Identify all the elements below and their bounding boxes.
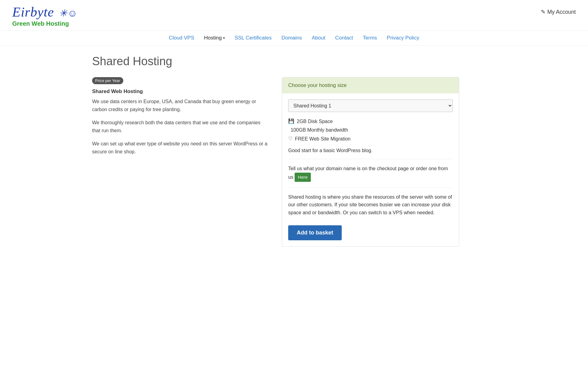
feature-bandwidth-text: 100GB Monthly bandwidth [291, 127, 348, 133]
feature-migration: ♡ FREE Web Site Migration [288, 136, 453, 142]
nav-hosting[interactable]: Hosting ▾ [204, 35, 225, 41]
left-column: Price per Year Shared Web Hosting We use… [92, 77, 270, 161]
header: Eirbyte ✳☺ Green Web Hosting ✎ My Accoun… [0, 0, 588, 31]
divider-2 [288, 187, 453, 188]
description-para-1: We use data centers in Europe, USA, and … [92, 98, 270, 113]
main-content: Shared Hosting Price per Year Shared Web… [80, 46, 508, 265]
logo-tagline: Green Web Hosting [12, 20, 78, 27]
feature-disk: 💾 2GB Disk Space [288, 118, 453, 125]
chooser-body: Shared Hosting 1 Shared Hosting 2 Shared… [282, 93, 459, 246]
chooser-header: Choose your hosting size [282, 77, 459, 93]
good-start-text: Good start for a basic WordPress blog. [288, 148, 453, 153]
logo-area: Eirbyte ✳☺ Green Web Hosting [12, 6, 78, 27]
domain-text: Tell us what your domain name is on the … [288, 165, 453, 182]
divider [288, 159, 453, 159]
hosting-dropdown-arrow: ▾ [223, 36, 225, 40]
main-nav: Cloud VPS Hosting ▾ SSL Certificates Dom… [0, 31, 588, 46]
heart-icon: ♡ [288, 136, 292, 141]
here-button[interactable]: Here [295, 173, 311, 182]
right-column: Choose your hosting size Shared Hosting … [282, 77, 459, 247]
feature-migration-text: FREE Web Site Migration [295, 136, 351, 142]
add-to-basket-button[interactable]: Add to basket [288, 225, 342, 240]
description-para-3: We can set up what ever type of website … [92, 140, 270, 156]
nav-domains[interactable]: Domains [281, 35, 302, 41]
page-title: Shared Hosting [92, 55, 496, 68]
nav-contact[interactable]: Contact [335, 35, 353, 41]
domain-text-content: Tell us what your domain name is on the … [288, 166, 448, 180]
disk-icon: 💾 [288, 118, 294, 124]
content-layout: Price per Year Shared Web Hosting We use… [92, 77, 496, 247]
description-para-2: We thoroughly research both the data cen… [92, 119, 270, 134]
logo-sun-icon: ✳☺ [59, 8, 78, 18]
nav-about[interactable]: About [312, 35, 325, 41]
logo-brand: Eirbyte [12, 5, 54, 20]
nav-ssl[interactable]: SSL Certificates [235, 35, 272, 41]
nav-terms[interactable]: Terms [363, 35, 377, 41]
hosting-size-select[interactable]: Shared Hosting 1 Shared Hosting 2 Shared… [288, 99, 453, 112]
features-list: 💾 2GB Disk Space 100GB Monthly bandwidth… [288, 118, 453, 142]
nav-cloud-vps[interactable]: Cloud VPS [169, 35, 194, 41]
my-account-link[interactable]: ✎ My Account [541, 6, 576, 15]
feature-bandwidth: 100GB Monthly bandwidth [288, 127, 453, 133]
nav-hosting-label: Hosting [204, 35, 222, 41]
person-icon: ✎ [541, 9, 545, 15]
feature-disk-text: 2GB Disk Space [297, 118, 333, 125]
logo-text: Eirbyte ✳☺ [12, 6, 78, 19]
nav-privacy-policy[interactable]: Privacy Policy [387, 35, 419, 41]
shared-hosting-description: Shared hosting is where you share the re… [288, 193, 453, 217]
hosting-select-wrapper[interactable]: Shared Hosting 1 Shared Hosting 2 Shared… [288, 99, 453, 112]
my-account-label: My Account [547, 9, 576, 15]
section-subtitle: Shared Web Hosting [92, 88, 270, 95]
price-badge: Price per Year [92, 77, 123, 84]
hosting-chooser-card: Choose your hosting size Shared Hosting … [282, 77, 459, 247]
